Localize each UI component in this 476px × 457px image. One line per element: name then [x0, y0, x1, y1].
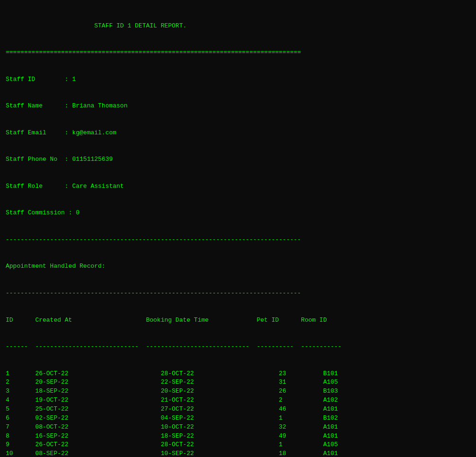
table-row: 9 26-OCT-22 28-OCT-22 1 A105 — [6, 440, 470, 449]
staff-commission-label: Staff Commission — [6, 209, 69, 216]
table-row: 1 26-OCT-22 28-OCT-22 23 B101 — [6, 369, 470, 378]
appointment-header: Appointment Handled Record: — [6, 262, 470, 271]
staff-name-label: Staff Name — [6, 102, 65, 109]
col-underline: ------ ---------------------------- ----… — [6, 343, 470, 352]
staff-id-label: Staff ID — [6, 76, 65, 83]
staff-info: Staff ID : 1 — [6, 75, 470, 84]
table-row: 10 08-SEP-22 10-SEP-22 18 A101 — [6, 449, 470, 457]
staff-phone: Staff Phone No : 01151125639 — [6, 155, 470, 164]
table-row: 5 25-OCT-22 27-OCT-22 46 A101 — [6, 405, 470, 414]
table-row: 7 08-OCT-22 10-OCT-22 32 A101 — [6, 423, 470, 432]
staff-id-value: : 1 — [65, 76, 76, 83]
table-rows: 1 26-OCT-22 28-OCT-22 23 B1012 20-SEP-22… — [6, 369, 470, 457]
staff-role: Staff Role : Care Assistant — [6, 182, 470, 191]
table-divider-top: ----------------------------------------… — [6, 289, 470, 298]
table-row: 2 20-SEP-22 22-SEP-22 31 A105 — [6, 378, 470, 387]
report-title: STAFF ID 1 DETAIL REPORT. — [6, 22, 470, 31]
staff-commission: Staff Commission : 0 — [6, 209, 470, 218]
table-row: 8 16-SEP-22 18-SEP-22 49 A101 — [6, 432, 470, 441]
col-headers: ID Created At Booking Date Time Pet ID R… — [6, 316, 470, 325]
divider-dash-1: ----------------------------------------… — [6, 236, 470, 245]
staff-phone-value: : 01151125639 — [65, 156, 113, 163]
staff-email-value: : kg@email.com — [65, 129, 116, 136]
staff-role-value: : Care Assistant — [65, 183, 124, 190]
staff-role-label: Staff Role — [6, 183, 65, 190]
staff-name-value: : Briana Thomason — [65, 102, 128, 109]
table-row: 6 02-SEP-22 04-SEP-22 1 B102 — [6, 414, 470, 423]
report-container: STAFF ID 1 DETAIL REPORT. ==============… — [6, 4, 470, 457]
divider-eq-top: ========================================… — [6, 48, 470, 57]
table-row: 4 19-OCT-22 21-OCT-22 2 A102 — [6, 396, 470, 405]
staff-name: Staff Name : Briana Thomason — [6, 102, 470, 111]
staff-email-label: Staff Email — [6, 129, 65, 136]
table-row: 3 18-SEP-22 20-SEP-22 26 B103 — [6, 387, 470, 396]
staff-email: Staff Email : kg@email.com — [6, 129, 470, 138]
staff-commission-value: : 0 — [69, 209, 79, 216]
staff-phone-label: Staff Phone No — [6, 156, 65, 163]
